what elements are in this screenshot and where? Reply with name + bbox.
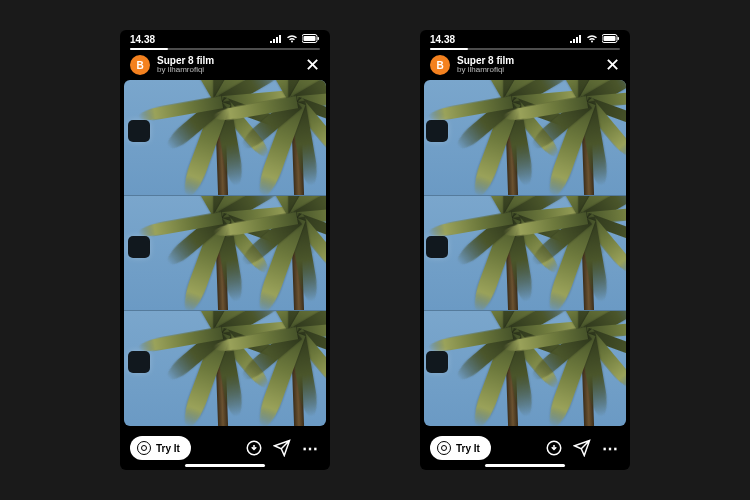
status-bar: 14.38 [420,30,630,48]
sprocket-hole-icon [128,120,150,142]
save-button[interactable] [544,438,564,458]
sprocket-hole-icon [426,236,448,258]
story-progress [430,48,620,50]
svg-rect-6 [618,37,620,40]
more-button[interactable]: ⋯ [600,438,620,458]
sprocket-hole-icon [128,351,150,373]
svg-rect-2 [318,37,320,40]
filmstrip-frame [424,80,626,195]
wifi-icon [286,34,298,45]
filter-author: by ilhamrofiqi [457,66,514,75]
send-button[interactable] [272,438,292,458]
sprocket-hole-icon [426,120,448,142]
send-button[interactable] [572,438,592,458]
svg-rect-5 [604,36,616,41]
home-indicator[interactable] [485,464,565,467]
filmstrip-frame [424,195,626,311]
phone-mockup: 14.38 B Super 8 film by ilhamrofiqi ✕ [120,30,330,470]
story-header: B Super 8 film by ilhamrofiqi ✕ [120,48,330,80]
filmstrip-frame [124,195,326,311]
status-bar: 14.38 [120,30,330,48]
try-it-label: Try It [156,443,180,454]
try-it-button[interactable]: Try It [430,436,491,460]
status-time: 14.38 [130,34,155,45]
battery-icon [302,34,320,45]
signal-icon [570,34,582,45]
camera-icon [437,441,451,455]
filter-avatar[interactable]: B [130,55,150,75]
filter-info[interactable]: Super 8 film by ilhamrofiqi [157,55,214,75]
close-button[interactable]: ✕ [305,54,320,76]
filter-avatar[interactable]: B [430,55,450,75]
try-it-label: Try It [456,443,480,454]
sprocket-hole-icon [128,236,150,258]
filter-preview[interactable] [124,80,326,426]
home-indicator[interactable] [185,464,265,467]
more-button[interactable]: ⋯ [300,438,320,458]
filmstrip-frame [124,80,326,195]
filter-author: by ilhamrofiqi [157,66,214,75]
signal-icon [270,34,282,45]
stage: 14.38 B Super 8 film by ilhamrofiqi ✕ [0,0,750,500]
camera-icon [137,441,151,455]
close-button[interactable]: ✕ [605,54,620,76]
story-header: B Super 8 film by ilhamrofiqi ✕ [420,48,630,80]
wifi-icon [586,34,598,45]
try-it-button[interactable]: Try It [130,436,191,460]
phone-mockup: 14.38 B Super 8 film by ilhamrofiqi ✕ [420,30,630,470]
save-button[interactable] [244,438,264,458]
filmstrip-frame [424,310,626,426]
sprocket-hole-icon [426,351,448,373]
svg-rect-1 [304,36,316,41]
battery-icon [602,34,620,45]
story-progress [130,48,320,50]
filmstrip-frame [124,310,326,426]
filter-preview[interactable] [424,80,626,426]
status-time: 14.38 [430,34,455,45]
filter-info[interactable]: Super 8 film by ilhamrofiqi [457,55,514,75]
